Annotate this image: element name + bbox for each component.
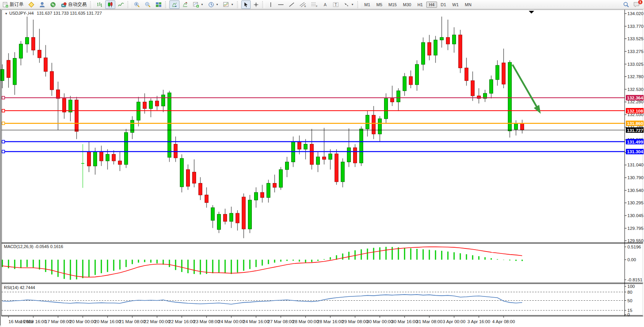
tile-windows-button[interactable] [154, 0, 164, 9]
price-axis-tick-label: 133.770 [627, 24, 644, 29]
text-label-button[interactable]: T [331, 0, 341, 9]
symbol-ohlc-label[interactable]: ▼USDJPY-,H4131.637 131.733 131.635 131.7… [5, 11, 102, 15]
chevron-down-icon: ▼ [216, 3, 219, 6]
line-anchor-handle[interactable] [2, 150, 5, 153]
new-order-button[interactable]: 新订单 [0, 0, 26, 9]
line-anchor-handle[interactable] [2, 140, 5, 143]
candle-bearish [112, 154, 116, 161]
metaeditor-button[interactable] [26, 0, 36, 9]
current-price-label: 131.727 [627, 128, 643, 133]
cursor-button[interactable] [241, 0, 251, 9]
fibonacci-button[interactable]: F [309, 0, 320, 9]
chat-badge: 1 [638, 0, 642, 4]
candle-bearish [471, 80, 475, 96]
timeframe-h4-button[interactable]: H4 [426, 2, 437, 8]
channel-button[interactable]: E [297, 0, 308, 9]
vertical-line-button[interactable] [266, 0, 275, 9]
zoom-in-button[interactable] [132, 0, 142, 9]
candle-bearish [323, 157, 326, 159]
bar-chart-button[interactable] [94, 0, 104, 9]
symbol-label: USDJPY-,H4 [9, 11, 34, 15]
time-axis-label: 24 Mar 16:00 [243, 319, 269, 324]
signals-button[interactable] [48, 0, 58, 9]
toolbar: 新订单 自动交易 [0, 0, 644, 9]
fibonacci-icon: F [311, 2, 318, 7]
price-axis-tick-label: 133.525 [627, 36, 644, 41]
candle-bullish [514, 123, 518, 130]
chat-button[interactable]: 1 [633, 2, 640, 8]
candle-bearish [44, 58, 48, 71]
line-price-label: 132.108 [627, 109, 643, 113]
timeframe-m15-button[interactable]: M15 [386, 2, 399, 8]
price-axis-tick-label: 134.020 [627, 11, 644, 16]
chart-shift-icon [182, 2, 188, 8]
line-chart-button[interactable] [116, 0, 126, 9]
chart-background[interactable] [1, 10, 644, 327]
candle-bullish [137, 102, 140, 120]
candle-bearish [502, 63, 506, 84]
toolbar-right: 1 [623, 2, 640, 8]
market-button[interactable] [37, 0, 47, 9]
auto-scroll-button[interactable] [169, 0, 179, 9]
time-axis-label: 28 Mar 16:00 [317, 319, 343, 324]
trendline-button[interactable] [287, 0, 297, 9]
arrows-button[interactable]: ▼ [342, 0, 356, 9]
horizontal-line-button[interactable] [276, 0, 286, 9]
timeframe-mn-button[interactable]: MN [462, 2, 474, 8]
text-button[interactable]: A [321, 0, 330, 9]
timeframe-h1-button[interactable]: H1 [415, 2, 425, 8]
candle-bullish [422, 43, 425, 64]
crosshair-button[interactable] [251, 0, 261, 9]
autotrading-button[interactable]: 自动交易 [59, 0, 89, 9]
candle-bearish [236, 213, 239, 223]
chart-canvas[interactable]: 134.020133.770133.525133.275133.025132.7… [0, 0, 644, 327]
svg-text:E: E [304, 5, 306, 7]
candle-bearish [100, 152, 103, 161]
chart-shift-button[interactable] [180, 0, 190, 9]
zoom-out-button[interactable] [143, 0, 153, 9]
equidistant-channel-icon: E [299, 2, 306, 7]
time-axis-label: 16 Mar 16:00 [20, 319, 46, 324]
time-axis-label: 3 Apr 00:00 [443, 319, 466, 324]
candle-bearish [310, 144, 314, 164]
line-anchor-handle[interactable] [2, 110, 5, 112]
toolbar-separator [262, 1, 265, 8]
time-axis-label: 3 Apr 16:00 [468, 319, 490, 324]
candle-bearish [193, 172, 196, 183]
price-axis-tick-label: 131.040 [627, 163, 644, 167]
candle-bullish [397, 91, 400, 102]
vertical-line-icon [268, 2, 273, 7]
rsi-axis-label: 80 [627, 290, 632, 294]
candle-bullish [69, 100, 72, 112]
timeframe-d1-button[interactable]: D1 [438, 2, 449, 8]
toolbar-separator [90, 1, 93, 8]
timeframe-m30-button[interactable]: M30 [400, 2, 414, 8]
timeframe-group: M1M5M15M30H1H4D1W1MN [361, 2, 475, 8]
line-anchor-handle[interactable] [2, 96, 5, 99]
candle-bullish [496, 65, 499, 80]
candle-bullish [316, 157, 320, 164]
candle-bullish [211, 208, 215, 221]
candle-bullish [106, 154, 109, 161]
new-chart-button[interactable]: ▼ [191, 0, 205, 9]
symbol-dropdown-icon[interactable]: ▼ [5, 12, 8, 15]
candle-bullish [403, 77, 407, 91]
candlestick-chart-button[interactable] [105, 0, 115, 9]
candle-bullish [285, 162, 289, 169]
timeframe-m5-button[interactable]: M5 [374, 2, 385, 8]
timeframe-m1-button[interactable]: M1 [362, 2, 373, 8]
line-price-label: 132.364 [627, 96, 643, 100]
candle-bearish [199, 183, 202, 195]
candle-bearish [143, 102, 147, 108]
search-icon[interactable] [623, 2, 629, 8]
candle-bullish [329, 154, 332, 159]
timeframe-w1-button[interactable]: W1 [449, 2, 461, 8]
indicators-button[interactable]: ▼ [221, 0, 236, 9]
line-price-label: 131.860 [627, 121, 643, 126]
horizontal-line-icon [278, 2, 284, 7]
candle-bearish [224, 214, 227, 221]
candle-bearish [87, 152, 91, 166]
line-anchor-handle[interactable] [2, 122, 5, 125]
period-button[interactable]: ▼ [206, 0, 220, 9]
candle-bullish [19, 44, 23, 58]
